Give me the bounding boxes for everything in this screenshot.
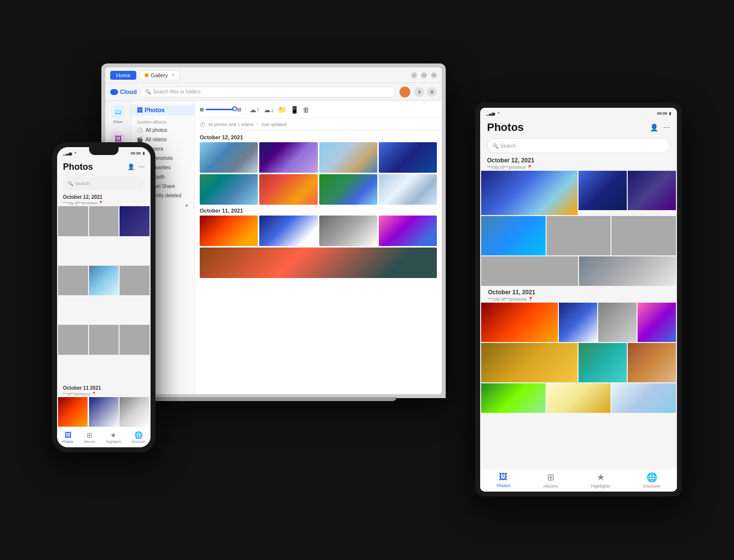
tablet-photo[interactable] <box>612 383 676 413</box>
slider-thumb[interactable] <box>232 106 237 111</box>
gallery-tab-close[interactable]: × <box>172 72 175 78</box>
tablet-photo[interactable] <box>559 303 597 342</box>
download-icon[interactable]: ☁↓ <box>264 106 274 114</box>
tablet-tab-highlights[interactable]: ★ Highlights <box>591 472 611 489</box>
tablet-more-icon[interactable]: ⋯ <box>663 124 670 131</box>
phone-photo[interactable] <box>58 266 88 296</box>
phone-tab-discover[interactable]: 🌐 Discover <box>132 431 145 443</box>
phone-photo[interactable] <box>89 266 119 296</box>
phone-photo[interactable] <box>120 206 150 236</box>
tablet-photo[interactable] <box>481 343 578 382</box>
settings-icon[interactable]: ⚙ <box>427 87 437 97</box>
phone-more-icon[interactable]: ⋯ <box>139 163 145 170</box>
device-icon[interactable]: 📱 <box>290 106 299 114</box>
phone-tab-photos[interactable]: 🖼 Photos <box>62 431 73 443</box>
photo-thumb[interactable] <box>379 142 437 173</box>
photo-thumb[interactable] <box>259 216 317 246</box>
tablet-tab-discover[interactable]: 🌐 Discover <box>643 472 661 489</box>
tablet-tab-albums[interactable]: ⊞ Albums <box>543 472 558 489</box>
tablet-photo-area1: October 11, 2021 ***city of***province 📍 <box>480 171 677 468</box>
tablet-photo[interactable] <box>481 303 558 342</box>
tablet-screen: ▁▃▅ ⚬ 08:08 ▮ Photos 👤 ⋯ 🔍 Search Octobe… <box>480 108 677 492</box>
phone-profile-icon[interactable]: 👤 <box>127 163 135 170</box>
tablet-tab-photos[interactable]: 🖼 Photos <box>496 472 510 488</box>
close-button[interactable]: × <box>431 72 437 78</box>
tablet-photo[interactable] <box>579 256 676 286</box>
tablet-photo[interactable] <box>547 216 611 255</box>
tablet-photo[interactable] <box>638 303 676 342</box>
tablet-photo[interactable] <box>481 171 578 215</box>
phone-app-title: Photos <box>63 162 93 172</box>
gallery-tab-label: Gallery <box>151 72 168 78</box>
tablet-date-section1: October 12, 2021 ***city of***province 📍 <box>480 155 677 171</box>
phone-location1: ***city of***province 📍 <box>57 201 151 206</box>
phone-photo[interactable] <box>120 397 149 427</box>
phone-photo[interactable] <box>58 325 88 355</box>
tab-home[interactable]: Home <box>110 71 136 80</box>
phone-photo[interactable] <box>89 325 119 355</box>
tablet-photo[interactable] <box>579 343 627 382</box>
scene: Home Gallery × – □ × Cloud <box>52 44 682 516</box>
tablet-photo[interactable] <box>612 216 676 255</box>
tablet-highlights-tab-label: Highlights <box>591 484 611 489</box>
delete-icon[interactable]: 🗑 <box>303 106 309 114</box>
minimize-button[interactable]: – <box>411 72 417 78</box>
slider-track[interactable] <box>206 109 235 110</box>
tablet-profile-icon[interactable]: 👤 <box>650 124 658 131</box>
phone-tab-highlights[interactable]: ★ Highlights <box>106 431 121 443</box>
tablet-photo[interactable] <box>481 383 546 413</box>
phone-photo[interactable] <box>120 266 150 296</box>
albums-add-icon[interactable]: + <box>185 202 188 209</box>
cloud-brand-label: Cloud <box>120 89 137 95</box>
phone-tab-albums[interactable]: ⊞ Albums <box>84 431 95 443</box>
photos-nav-label: Photos <box>145 107 165 114</box>
date-section-oct11: October 11, 2021 <box>200 208 437 278</box>
tablet-photo[interactable] <box>628 343 676 382</box>
tablet-wifi-icon: ⚬ <box>497 111 500 116</box>
photo-thumb[interactable] <box>200 216 258 246</box>
tablet-photo[interactable] <box>547 383 611 413</box>
drive-icon: 🗂 <box>111 105 125 119</box>
tablet-photo[interactable] <box>481 216 546 255</box>
photo-thumb[interactable] <box>259 142 317 173</box>
folder-icon[interactable]: 📁 <box>278 106 286 114</box>
photo-thumb[interactable] <box>259 174 317 205</box>
phone-photo[interactable] <box>58 206 88 236</box>
phone-photo[interactable] <box>120 325 150 355</box>
phone-photo[interactable] <box>89 206 119 236</box>
tab-gallery[interactable]: Gallery × <box>139 70 180 80</box>
photo-thumb[interactable] <box>379 174 437 205</box>
phone-search-bar[interactable]: 🔍 Search <box>63 177 145 190</box>
nav-all-photos[interactable]: 🕐 All photos <box>131 125 194 135</box>
tablet-search-bar[interactable]: 🔍 Search <box>487 138 670 153</box>
photo-row-1 <box>200 142 437 173</box>
file-search-bar[interactable]: 🔍 Search files or folders <box>141 87 396 97</box>
phone-photo[interactable] <box>58 397 88 427</box>
phone-photo[interactable] <box>89 397 119 427</box>
tablet-photo[interactable] <box>579 171 627 210</box>
photo-thumb[interactable] <box>319 216 377 246</box>
tablet-photo[interactable] <box>628 171 676 210</box>
photo-thumb[interactable] <box>319 174 377 205</box>
photo-thumb[interactable] <box>200 174 258 205</box>
photo-thumb[interactable] <box>200 248 437 278</box>
all-photos-icon: 🕐 <box>137 127 143 133</box>
photo-thumb[interactable] <box>379 216 437 246</box>
photo-thumb[interactable] <box>319 142 377 173</box>
upload-icon[interactable]: ☁↑ <box>249 106 260 114</box>
tablet-photo[interactable] <box>598 303 637 342</box>
tablet-location1: ***city of***province 📍 <box>480 165 677 171</box>
phone-time: 08:08 <box>131 151 141 156</box>
size-slider[interactable]: ⊞ ⊟ <box>200 107 241 112</box>
phone-header-icons: 👤 ⋯ <box>127 163 145 170</box>
tablet-row6 <box>481 383 676 413</box>
photo-thumb[interactable] <box>200 142 258 173</box>
user-avatar[interactable] <box>399 87 410 97</box>
tablet-photos-tab-icon: 🖼 <box>499 472 508 482</box>
tablet-photo[interactable] <box>481 256 578 286</box>
tablet-signal-icon: ▁▃▅ <box>486 111 495 116</box>
tablet-photos-tab-label: Photos <box>496 483 510 488</box>
maximize-button[interactable]: □ <box>421 72 427 78</box>
pause-icon[interactable]: ⏸ <box>414 87 424 97</box>
sidebar-item-drive[interactable]: 🗂 Drive <box>111 105 125 124</box>
